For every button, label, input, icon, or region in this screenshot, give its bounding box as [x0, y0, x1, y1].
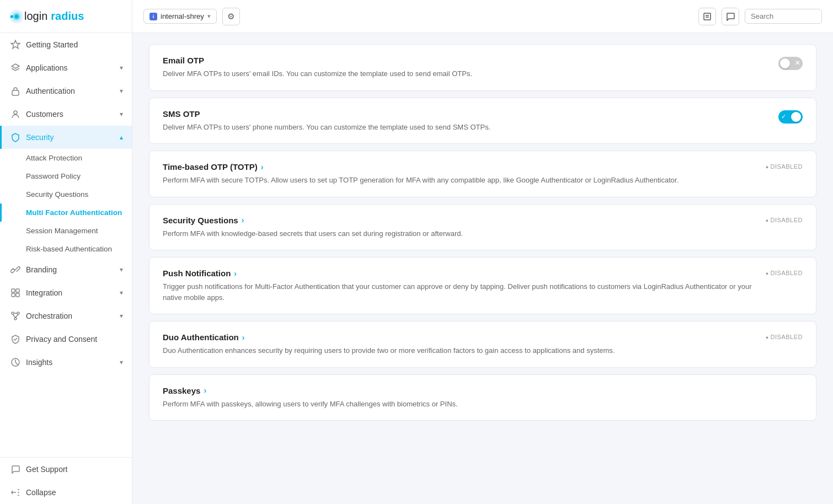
- chat-icon: [726, 12, 735, 21]
- mfa-card-totp: Time-based OTP (TOTP) › Perform MFA with…: [149, 151, 816, 197]
- mfa-card-title: SMS OTP: [163, 109, 767, 119]
- grid-icon: [10, 288, 20, 298]
- disabled-badge: DISABLED: [766, 334, 803, 340]
- toggle-track[interactable]: ✓: [778, 110, 803, 124]
- collapse-icon: [10, 487, 20, 497]
- mfa-card-content: Duo Authentication › Duo Authentication …: [163, 333, 755, 356]
- mfa-card-title[interactable]: Time-based OTP (TOTP) ›: [163, 162, 755, 171]
- app-dropdown-chevron: ▾: [207, 13, 211, 20]
- logo-text: loginradius: [24, 10, 84, 23]
- app-badge-dot: i: [149, 13, 157, 20]
- sidebar-item-label: Orchestration: [26, 312, 72, 320]
- svg-rect-9: [16, 289, 19, 292]
- sidebar-item-password-policy[interactable]: Password Policy: [0, 167, 132, 185]
- mfa-card-right: DISABLED: [766, 269, 803, 276]
- security-sub-nav: Attack Protection Password Policy Securi…: [0, 149, 132, 258]
- sidebar-item-get-support[interactable]: Get Support: [0, 458, 132, 481]
- sidebar-item-label: Applications: [26, 63, 68, 72]
- svg-rect-6: [12, 90, 19, 95]
- gear-icon: ⚙: [227, 12, 234, 22]
- chevron-up-icon: ▴: [120, 133, 123, 141]
- toggle-thumb: [791, 112, 801, 122]
- svg-rect-11: [16, 293, 19, 297]
- sidebar-item-security[interactable]: Security ▴: [0, 126, 132, 149]
- mfa-card-right: ✓: [778, 109, 803, 124]
- sidebar-item-applications[interactable]: Applications ▾: [0, 56, 132, 79]
- lock-icon: [10, 86, 20, 96]
- book-icon: [703, 12, 712, 21]
- mfa-card-desc: Trigger push notifications for Multi-Fac…: [163, 281, 755, 303]
- toggle-check-icon: ✓: [781, 113, 786, 120]
- sidebar-item-label: Get Support: [26, 465, 68, 474]
- sidebar-item-orchestration[interactable]: Orchestration ▾: [0, 304, 132, 328]
- topbar: i internal-shrey ▾ ⚙: [132, 0, 833, 33]
- svg-point-3: [10, 15, 13, 18]
- mfa-card-right: DISABLED: [766, 216, 803, 223]
- comment-icon: [10, 464, 20, 474]
- chat-button[interactable]: [722, 8, 739, 25]
- chevron-down-icon: ▾: [120, 358, 123, 366]
- chevron-down-icon: ▾: [120, 87, 123, 95]
- mfa-card-email-otp: Email OTP Deliver MFA OTPs to users' ema…: [149, 44, 816, 91]
- chevron-down-icon: ▾: [120, 64, 123, 72]
- email-otp-toggle[interactable]: ✕: [778, 57, 803, 70]
- sidebar-item-session-management[interactable]: Session Management: [0, 222, 132, 240]
- sidebar-item-authentication[interactable]: Authentication ▾: [0, 79, 132, 103]
- sidebar-item-label: Getting Started: [26, 40, 78, 49]
- sidebar-item-branding[interactable]: Branding ▾: [0, 258, 132, 281]
- chevron-right-icon: ›: [261, 163, 264, 171]
- sidebar: loginradius Getting Started Applications…: [0, 0, 132, 504]
- app-selector[interactable]: i internal-shrey ▾: [143, 9, 217, 24]
- mfa-card-desc: Perform MFA with knowledge-based secrets…: [163, 228, 755, 239]
- svg-marker-4: [11, 40, 20, 49]
- sidebar-item-collapse[interactable]: Collapse: [0, 481, 132, 504]
- settings-button[interactable]: ⚙: [222, 8, 240, 25]
- layers-icon: [10, 63, 20, 73]
- mfa-card-content: SMS OTP Deliver MFA OTPs to users' phone…: [163, 109, 767, 133]
- svg-line-17: [15, 314, 18, 318]
- mfa-card-title[interactable]: Security Questions ›: [163, 216, 755, 225]
- logo-icon: [9, 9, 24, 24]
- chevron-down-icon: ▾: [120, 289, 123, 297]
- chart-icon: [10, 357, 20, 367]
- shield-check-icon: [10, 334, 20, 344]
- toggle-track[interactable]: ✕: [778, 57, 803, 70]
- mfa-card-content: Time-based OTP (TOTP) › Perform MFA with…: [163, 162, 755, 186]
- sidebar-item-getting-started[interactable]: Getting Started: [0, 33, 132, 56]
- sidebar-item-customers[interactable]: Customers ▾: [0, 103, 132, 126]
- sms-otp-toggle[interactable]: ✓: [778, 110, 803, 124]
- disabled-badge: DISABLED: [766, 163, 803, 170]
- mfa-card-passkeys: Passkeys › Perform MFA with passkeys, al…: [149, 374, 816, 421]
- mfa-card-desc: Deliver MFA OTPs to users' phone numbers…: [163, 122, 767, 133]
- mfa-card-push-notification: Push Notification › Trigger push notific…: [149, 257, 816, 314]
- svg-marker-5: [12, 64, 19, 68]
- mfa-card-sms-otp: SMS OTP Deliver MFA OTPs to users' phone…: [149, 98, 816, 144]
- sidebar-item-risk-based-auth[interactable]: Risk-based Authentication: [0, 240, 132, 258]
- sidebar-item-label: Privacy and Consent: [26, 335, 97, 344]
- topbar-right: [698, 8, 822, 25]
- mfa-card-title[interactable]: Passkeys ›: [163, 386, 792, 395]
- mfa-card-right: DISABLED: [766, 162, 803, 170]
- sidebar-item-label: Collapse: [26, 488, 56, 497]
- disabled-badge: DISABLED: [766, 217, 803, 223]
- sidebar-item-security-questions[interactable]: Security Questions: [0, 185, 132, 203]
- svg-point-2: [15, 14, 19, 18]
- content-area: Email OTP Deliver MFA OTPs to users' ema…: [132, 33, 833, 504]
- toggle-x-icon: ✕: [795, 60, 800, 67]
- mfa-card-content: Passkeys › Perform MFA with passkeys, al…: [163, 386, 792, 410]
- flow-icon: [10, 311, 20, 321]
- sidebar-item-label: Integration: [26, 288, 62, 297]
- search-input[interactable]: [745, 9, 822, 24]
- mfa-card-title[interactable]: Push Notification ›: [163, 269, 755, 278]
- mfa-card-title[interactable]: Duo Authentication ›: [163, 333, 755, 342]
- mfa-card-content: Security Questions › Perform MFA with kn…: [163, 216, 755, 239]
- sidebar-item-integration[interactable]: Integration ▾: [0, 281, 132, 304]
- sidebar-item-insights[interactable]: Insights ▾: [0, 351, 132, 374]
- app-name: internal-shrey: [161, 12, 204, 20]
- sidebar-item-privacy-consent[interactable]: Privacy and Consent: [0, 328, 132, 351]
- sidebar-item-attack-protection[interactable]: Attack Protection: [0, 149, 132, 167]
- mfa-card-duo-authentication: Duo Authentication › Duo Authentication …: [149, 321, 816, 368]
- toggle-thumb: [780, 58, 790, 68]
- docs-button[interactable]: [698, 8, 716, 25]
- sidebar-item-mfa[interactable]: Multi Factor Authentication: [0, 203, 132, 222]
